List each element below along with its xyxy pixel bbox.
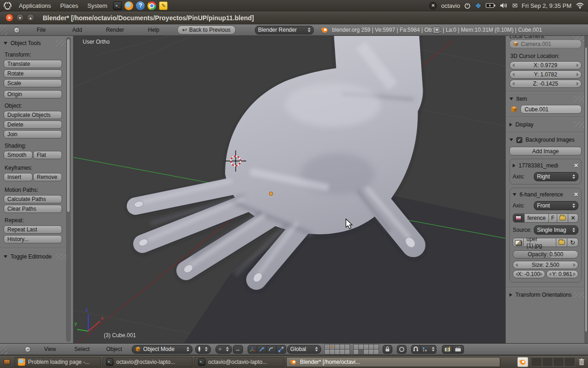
reload-image-button[interactable]: ↻ <box>567 238 578 247</box>
editor-type-icon[interactable] <box>25 346 31 352</box>
add-image-button[interactable]: Add Image <box>509 147 582 155</box>
source-dropdown[interactable]: Single Imag <box>534 225 578 235</box>
background-images-checkbox[interactable]: ✓ <box>516 137 522 143</box>
window-maximize-button[interactable]: ▴ <box>27 14 34 22</box>
tool-shelf-scrollbar-thumb[interactable] <box>67 39 70 213</box>
rotate-manipulator-button[interactable] <box>267 345 277 354</box>
image-browse-button[interactable] <box>513 213 525 223</box>
proportional-edit-button[interactable] <box>397 345 407 354</box>
menu-help[interactable]: Help <box>143 27 164 33</box>
object-origin-dot[interactable] <box>269 192 273 196</box>
offset-y-field[interactable]: Y: 0.961 <box>546 270 579 278</box>
join-button[interactable]: Join <box>4 130 62 138</box>
back-to-previous-button[interactable]: ↩ Back to Previous <box>177 25 236 34</box>
menu-select[interactable]: Select <box>69 346 95 352</box>
manipulator-toggle-button[interactable] <box>248 345 257 354</box>
header-grip[interactable] <box>0 24 7 35</box>
workspace-switcher[interactable] <box>531 357 575 367</box>
menu-add[interactable]: Add <box>67 27 87 33</box>
layer-cell[interactable] <box>345 349 350 355</box>
task-terminal-2[interactable]: >_ octavio@octavio-lapto... <box>194 357 284 367</box>
smooth-button[interactable]: Smooth <box>4 151 33 159</box>
snap-toggle-button[interactable] <box>411 345 421 354</box>
task-blender[interactable]: Blender* [/home/octavi... <box>286 357 500 367</box>
menu-view[interactable]: View <box>39 346 61 352</box>
object-tools-panel-header[interactable]: Object Tools <box>4 39 62 47</box>
transform-orientations-panel-header[interactable]: Transform Orientations <box>509 291 582 299</box>
rotate-button[interactable]: Rotate <box>4 69 62 78</box>
cursor-z-field[interactable]: Z: -0.1425 <box>509 80 582 88</box>
camera-field[interactable]: Camera.001 <box>509 40 582 48</box>
mode-dropdown[interactable]: Object Mode <box>132 345 192 354</box>
snap-element-dropdown[interactable] <box>421 345 436 354</box>
flat-button[interactable]: Flat <box>33 151 62 159</box>
scale-button[interactable]: Scale <box>4 79 62 87</box>
insert-keyframe-button[interactable]: Insert <box>4 173 33 181</box>
duplicate-objects-button[interactable]: Duplicate Objects <box>4 111 62 119</box>
blender-tray-button[interactable] <box>517 357 528 367</box>
notes-launcher-icon[interactable]: ✎ <box>159 1 168 10</box>
menu-object[interactable]: Object <box>101 346 127 352</box>
workspace-cell[interactable] <box>553 357 564 367</box>
unlink-image-button[interactable]: ✕ <box>568 213 578 223</box>
translate-button[interactable]: Translate <box>4 60 62 68</box>
menu-render[interactable]: Render <box>101 27 129 33</box>
power-icon[interactable] <box>464 2 471 9</box>
calculate-paths-button[interactable]: Calculate Paths <box>4 195 62 203</box>
status-menu-icon[interactable]: ✕ <box>429 2 437 10</box>
tool-shelf-scrollbar[interactable] <box>66 37 71 342</box>
fake-user-button[interactable]: F <box>549 213 557 223</box>
expand-triangle-icon[interactable] <box>513 164 515 167</box>
editor-type-icon[interactable] <box>14 27 20 33</box>
toggle-editmode-panel-header[interactable]: Toggle Editmode <box>4 253 62 261</box>
chrome-launcher-icon[interactable] <box>147 1 156 10</box>
window-minimize-button[interactable]: ▾ <box>16 14 24 22</box>
background-images-panel-header[interactable]: ✓ Background Images <box>509 136 582 144</box>
menu-system[interactable]: System <box>83 0 112 12</box>
volume-icon[interactable] <box>500 2 508 9</box>
window-close-button[interactable]: ✕ <box>6 14 13 22</box>
properties-scrollbar-thumb[interactable] <box>585 47 588 332</box>
image-filename[interactable]: uper (1).jpg <box>524 238 556 247</box>
workspace-cell[interactable] <box>531 357 542 367</box>
terminal-launcher-icon[interactable]: >_ <box>113 1 122 10</box>
layer-cell[interactable] <box>373 349 379 355</box>
render-opengl-button[interactable] <box>442 345 453 354</box>
workspace-cell[interactable] <box>564 357 575 367</box>
pivot-point-dropdown[interactable] <box>215 345 232 354</box>
display-panel-header[interactable]: Display <box>509 121 582 129</box>
viewport-3d[interactable]: User Ortho (3) Cube.001 x y z <box>74 36 505 343</box>
wifi-icon[interactable] <box>576 2 584 9</box>
image-preview-button[interactable] <box>513 238 524 247</box>
mail-icon[interactable]: ✉ <box>512 2 518 9</box>
manipulate-center-points-button[interactable]: ↔ <box>233 345 243 354</box>
remove-image-icon[interactable]: ✕ <box>574 162 578 169</box>
ubuntu-logo-icon[interactable] <box>4 2 11 10</box>
translate-manipulator-button[interactable] <box>257 345 267 354</box>
menu-file[interactable]: File <box>32 27 51 33</box>
clock[interactable]: Fri Sep 2, 9:35 PM <box>522 2 571 9</box>
help-launcher-icon[interactable]: ? <box>136 1 145 10</box>
scale-manipulator-button[interactable] <box>277 345 286 354</box>
window-titlebar[interactable]: ✕ ▾ ▴ Blender* [/home/octavio/Documents/… <box>0 12 588 24</box>
viewport-shading-dropdown[interactable] <box>195 345 211 354</box>
header-grip[interactable] <box>0 344 7 355</box>
size-field[interactable]: Size: 2.500 <box>513 261 578 269</box>
window-duplicate-icon[interactable] <box>433 27 440 34</box>
user-menu[interactable]: octavio <box>441 2 460 9</box>
menu-applications[interactable]: Applications <box>14 0 56 12</box>
render-animation-button[interactable] <box>453 345 464 354</box>
item-panel-header[interactable]: Item <box>509 95 582 103</box>
dropbox-icon[interactable]: ❖ <box>475 2 481 9</box>
layers-widget-2[interactable] <box>354 344 379 354</box>
layers-widget[interactable] <box>325 344 350 354</box>
offset-x-field[interactable]: X: -0.100 <box>513 270 545 278</box>
task-firefox[interactable]: Problem loading page -... <box>14 357 101 367</box>
open-image-button[interactable] <box>557 213 568 223</box>
origin-button[interactable]: Origin <box>4 90 62 98</box>
render-engine-dropdown[interactable]: Blender Render <box>255 26 314 34</box>
delete-button[interactable]: Delete <box>4 121 62 129</box>
menu-places[interactable]: Places <box>56 0 83 12</box>
object-name-field[interactable]: Cube.001 <box>520 105 582 114</box>
clear-paths-button[interactable]: Clear Paths <box>4 205 62 213</box>
